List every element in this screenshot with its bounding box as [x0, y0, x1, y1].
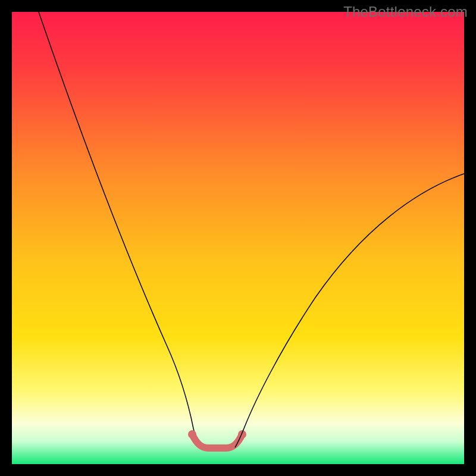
chart-svg [12, 12, 464, 464]
gradient-background [12, 12, 464, 464]
watermark-label: TheBottleneck.com [343, 4, 468, 20]
optimal-right-dot [238, 430, 246, 439]
plot-area [12, 12, 464, 464]
optimal-left-dot [188, 430, 196, 439]
chart-frame: TheBottleneck.com [0, 0, 476, 476]
